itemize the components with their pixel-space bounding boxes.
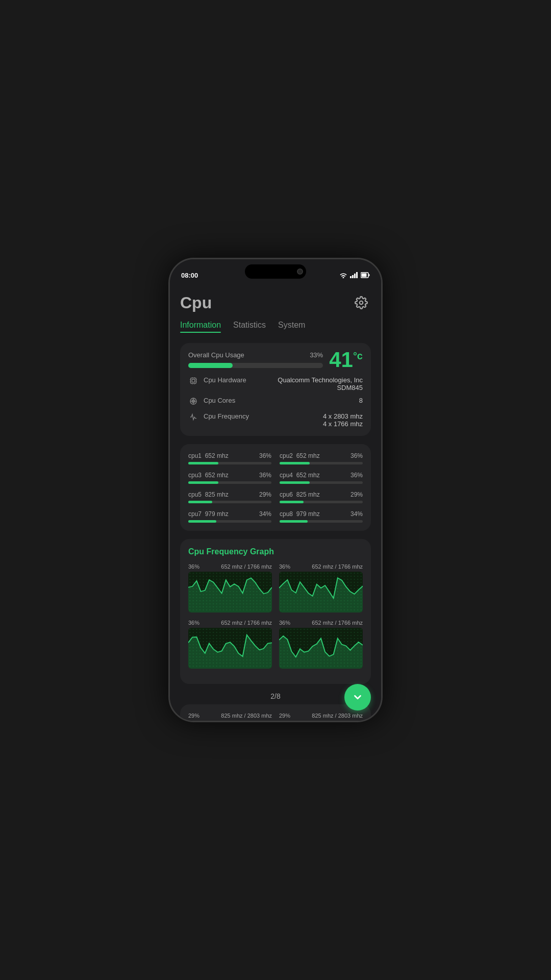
info-rows: Cpu Hardware Qualcomm Technologies, Inc … xyxy=(188,376,363,428)
cpu-usage-bar-bg xyxy=(188,363,323,368)
cpu-cores-card: cpu1 652 mhz 36% cpu2 652 mhz 36% cpu3 6… xyxy=(180,444,371,531)
header: Cpu xyxy=(180,293,371,312)
graphs-grid: 36% 652 mhz / 1766 mhz 36% 652 mhz / 176… xyxy=(188,564,363,669)
tab-bar: Information Statistics System xyxy=(180,321,371,333)
svg-rect-3 xyxy=(356,272,358,278)
hardware-row: Cpu Hardware Qualcomm Technologies, Inc … xyxy=(188,376,363,391)
svg-rect-0 xyxy=(350,276,352,278)
freq-graph-card: Cpu Frequency Graph 36% 652 mhz / 1766 m… xyxy=(180,539,371,684)
hardware-label: Cpu Hardware xyxy=(204,376,255,384)
svg-rect-6 xyxy=(369,274,370,276)
core-item-cpu1: cpu1 652 mhz 36% xyxy=(188,452,271,464)
overall-cpu-card: Overall Cpu Usage 33% 41°c xyxy=(180,343,371,436)
svg-rect-1 xyxy=(352,275,354,278)
status-icons xyxy=(339,272,370,278)
bottom-graphs: 29% 825 mhz / 2803 mhz 29% 825 mhz / 280… xyxy=(188,713,363,721)
core-item-cpu5: cpu5 825 mhz 29% xyxy=(188,491,271,503)
notch xyxy=(245,264,306,279)
graph-title: Cpu Frequency Graph xyxy=(188,547,363,556)
overall-percent: 33% xyxy=(310,351,323,359)
freq-graph-0: 36% 652 mhz / 1766 mhz xyxy=(188,564,272,612)
svg-rect-5 xyxy=(362,274,367,277)
cores-row: Cpu Cores 8 xyxy=(188,397,363,407)
core-item-cpu8: cpu8 979 mhz 34% xyxy=(280,510,363,523)
wifi-icon xyxy=(339,272,347,278)
svg-rect-2 xyxy=(354,274,356,278)
frequency-label: Cpu Frequency xyxy=(204,412,255,420)
cores-label: Cpu Cores xyxy=(204,397,255,404)
cpu-usage-bar-fill xyxy=(188,363,233,368)
cpu-frequency-icon xyxy=(188,413,198,423)
chevron-down-icon xyxy=(352,692,363,703)
freq-graph-2: 36% 652 mhz / 1766 mhz xyxy=(188,620,272,669)
freq-graph-4: 29% 825 mhz / 2803 mhz xyxy=(188,713,272,721)
phone-frame: 08:00 xyxy=(168,258,383,722)
battery-icon xyxy=(361,272,370,278)
tab-information[interactable]: Information xyxy=(180,321,221,333)
signal-icon xyxy=(350,272,358,278)
fab-button[interactable] xyxy=(344,684,371,710)
svg-point-7 xyxy=(360,301,363,305)
cores-grid: cpu1 652 mhz 36% cpu2 652 mhz 36% cpu3 6… xyxy=(188,452,363,523)
overall-label: Overall Cpu Usage xyxy=(188,351,244,359)
temperature-display: 41°c xyxy=(329,349,363,371)
hardware-value: Qualcomm Technologies, Inc SDM845 xyxy=(260,376,363,391)
svg-rect-9 xyxy=(192,379,194,382)
core-item-cpu6: cpu6 825 mhz 29% xyxy=(280,491,363,503)
main-content: Cpu Information Statistics System xyxy=(170,285,381,721)
overall-header: Overall Cpu Usage 33% xyxy=(188,351,323,359)
svg-rect-8 xyxy=(191,378,196,384)
freq-graph-5: 29% 825 mhz / 2803 mhz xyxy=(279,713,363,721)
page-indicator: 2/8 xyxy=(180,692,371,700)
freq-graph-3: 36% 652 mhz / 1766 mhz xyxy=(279,620,363,669)
tab-statistics[interactable]: Statistics xyxy=(233,321,266,333)
settings-button[interactable] xyxy=(352,293,371,312)
tab-system[interactable]: System xyxy=(278,321,305,333)
camera xyxy=(297,268,303,275)
bottom-graphs-card: 29% 825 mhz / 2803 mhz 29% 825 mhz / 280… xyxy=(180,704,371,721)
core-item-cpu4: cpu4 652 mhz 36% xyxy=(280,472,363,484)
status-bar: 08:00 xyxy=(170,259,381,285)
phone-inner: 08:00 xyxy=(170,259,381,721)
app-title: Cpu xyxy=(180,293,212,312)
core-item-cpu7: cpu7 979 mhz 34% xyxy=(188,510,271,523)
cpu-hardware-icon xyxy=(188,377,198,387)
frequency-row: Cpu Frequency 4 x 2803 mhz 4 x 1766 mhz xyxy=(188,412,363,428)
core-item-cpu3: cpu3 652 mhz 36% xyxy=(188,472,271,484)
freq-graph-1: 36% 652 mhz / 1766 mhz xyxy=(279,564,363,612)
cores-value: 8 xyxy=(260,397,363,404)
frequency-value: 4 x 2803 mhz 4 x 1766 mhz xyxy=(260,412,363,428)
core-item-cpu2: cpu2 652 mhz 36% xyxy=(280,452,363,464)
status-time: 08:00 xyxy=(181,272,198,279)
cpu-cores-icon xyxy=(188,397,198,407)
gear-icon xyxy=(355,296,368,309)
